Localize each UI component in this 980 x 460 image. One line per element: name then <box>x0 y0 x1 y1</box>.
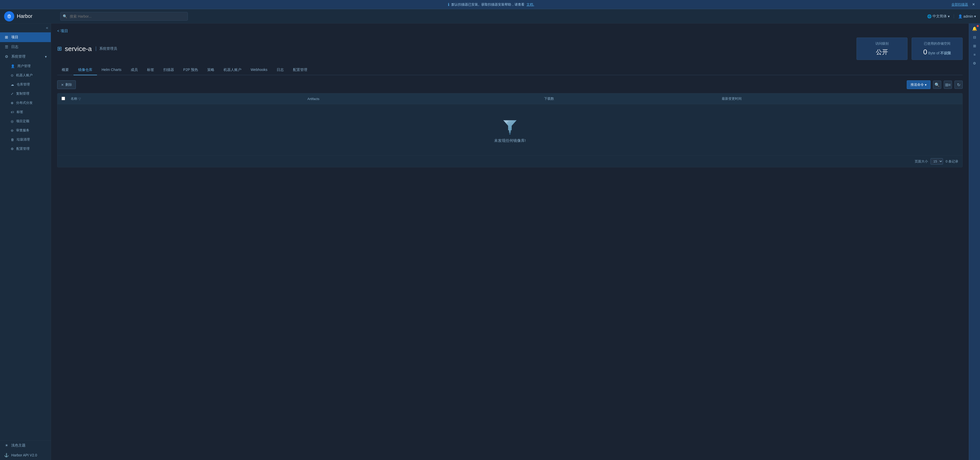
artifacts-column-header: Artifacts <box>307 97 544 101</box>
close-notification-button[interactable]: × <box>972 2 975 7</box>
empty-state: 未发现任何镜像库! <box>494 117 526 143</box>
sidebar-item-audit[interactable]: ⊖ 审查服务 <box>0 126 51 135</box>
sidebar-item-label: 审查服务 <box>16 128 29 133</box>
sidebar-item-replication[interactable]: ⤢ 复制管理 <box>0 89 51 98</box>
name-filter-icon[interactable]: ▽ <box>78 97 81 101</box>
sidebar-item-trash[interactable]: 🗑 垃圾清理 <box>0 135 51 144</box>
grid-list-icon: ⊞≡ <box>945 82 951 87</box>
sidebar-item-user-mgmt[interactable]: 👤 用户管理 <box>0 62 51 71</box>
tab-labels[interactable]: 标签 <box>142 65 159 75</box>
sidebar-item-label: 日志 <box>11 44 18 49</box>
name-column-header: 名称 ▽ <box>71 97 307 101</box>
theme-icon: ☀ <box>4 443 9 448</box>
storage-card: 已使用的存储空间 0 Byte of 不设限 <box>912 38 963 60</box>
access-value: 公开 <box>862 48 902 56</box>
storage-value: 0 Byte of 不设限 <box>917 48 957 56</box>
tab-overview[interactable]: 概要 <box>57 65 73 75</box>
breadcrumb-link[interactable]: < 项目 <box>57 29 68 33</box>
push-dropdown-icon: ▾ <box>925 83 927 87</box>
warehouse-icon: ☁ <box>11 82 14 87</box>
tags-icon: 🏷 <box>11 110 14 114</box>
table-header: 名称 ▽ Artifacts 下载数 最新变更时间 <box>57 94 963 104</box>
svg-rect-2 <box>509 130 511 133</box>
svg-point-3 <box>509 133 511 134</box>
storage-label: 已使用的存储空间 <box>917 41 957 46</box>
tab-helm-charts[interactable]: Helm Charts <box>97 65 126 75</box>
push-command-button[interactable]: 推送命令 ▾ <box>907 80 931 89</box>
distribution-icon: ⊕ <box>11 101 14 105</box>
project-header: ⊞ service-a 系统管理员 访问级别 公开 已使用的存储空间 0 Byt… <box>57 38 963 60</box>
scan-all-button[interactable]: 全部扫描器 <box>951 2 968 7</box>
collapse-button[interactable]: « <box>46 25 48 30</box>
tab-repositories[interactable]: 镜像仓库 <box>73 65 97 75</box>
sidebar-item-tags[interactable]: 🏷 标签 <box>0 108 51 117</box>
sidebar-item-label: 垃圾清理 <box>17 137 30 142</box>
sidebar-item-logs[interactable]: ☰ 日志 <box>0 42 51 52</box>
system-admin-icon: ⚙ <box>4 54 9 59</box>
project-name: service-a <box>65 45 92 53</box>
breadcrumb: ‹ < 项目 <box>57 29 963 33</box>
view-toggle-button[interactable]: ⊞≡ <box>944 81 952 89</box>
tab-p2p[interactable]: P2P 预热 <box>179 65 203 75</box>
empty-text: 未发现任何镜像库! <box>494 138 526 143</box>
delete-icon: ✕ <box>61 83 64 87</box>
sidebar-bottom: ☀ 浅色主题 ⚓ Harbor API V2.0 <box>0 440 51 460</box>
search-toggle-button[interactable]: 🔍 <box>933 81 941 89</box>
user-icon: 👤 <box>958 14 963 18</box>
sidebar-item-config[interactable]: ⚙ 配置管理 <box>0 144 51 153</box>
sidebar-item-quota[interactable]: ◎ 项目定额 <box>0 117 51 126</box>
language-button[interactable]: 🌐 中文简体 ▾ <box>927 14 950 19</box>
sidebar-item-label: 浅色主题 <box>11 443 25 448</box>
tab-webhooks[interactable]: Webhooks <box>246 65 272 75</box>
sidebar-item-label: 机器人账户 <box>16 73 33 78</box>
logs-icon: ☰ <box>4 44 9 49</box>
side-panel-icon-1[interactable]: ⊟ <box>969 33 980 41</box>
main-layout: « ⊞ 项目 ☰ 日志 ⚙ 系统管理 ▾ 👤 用户管理 ⊙ 机器人账户 <box>0 24 980 460</box>
audit-icon: ⊖ <box>11 128 14 132</box>
sidebar-item-projects[interactable]: ⊞ 项目 <box>0 32 51 42</box>
sidebar-item-label: Harbor API V2.0 <box>11 453 37 457</box>
sidebar-collapse: « <box>0 24 51 32</box>
config-icon: ⚙ <box>11 147 14 151</box>
logo-icon <box>4 11 14 21</box>
sidebar-item-label: 分布式分发 <box>16 100 33 105</box>
tab-robots[interactable]: 机器人账户 <box>219 65 246 75</box>
expand-icon: ▾ <box>45 55 47 59</box>
record-count: 0 条记录 <box>945 159 958 164</box>
tab-scanners[interactable]: 扫描器 <box>159 65 179 75</box>
tab-members[interactable]: 成员 <box>126 65 142 75</box>
side-panel-icon-3[interactable]: ≡ <box>969 51 980 59</box>
refresh-icon: ↻ <box>957 82 960 87</box>
tab-logs[interactable]: 日志 <box>272 65 288 75</box>
sidebar-item-theme[interactable]: ☀ 浅色主题 <box>0 441 51 450</box>
notification-badge-icon[interactable]: 🔔 <box>969 24 980 33</box>
sidebar-item-label: 系统管理 <box>11 54 25 59</box>
side-panel-icon-2[interactable]: ⊞ <box>969 42 980 50</box>
tab-policies[interactable]: 策略 <box>203 65 219 75</box>
layers-icon: ⊟ <box>973 35 976 39</box>
notification-bar: ℹ 默认扫描器已安装。获取扫描器安装帮助，请查看 文档. 全部扫描器 × <box>0 0 980 9</box>
repositories-table: 名称 ▽ Artifacts 下载数 最新变更时间 <box>57 93 963 167</box>
delete-button[interactable]: ✕ 删除 <box>57 80 76 89</box>
globe-icon: 🌐 <box>927 14 932 18</box>
sidebar-item-system-admin[interactable]: ⚙ 系统管理 ▾ <box>0 52 51 62</box>
sidebar-item-label: 仓库管理 <box>17 82 30 87</box>
side-panel-icon-4[interactable]: ⚙ <box>969 59 980 67</box>
search-input[interactable] <box>60 12 188 21</box>
top-bar-right: 全部扫描器 × <box>951 2 975 7</box>
page-size-select[interactable]: 15 25 50 <box>931 158 943 165</box>
refresh-button[interactable]: ↻ <box>955 81 963 89</box>
delete-label: 删除 <box>65 82 72 87</box>
sidebar-item-warehouse[interactable]: ☁ 仓库管理 <box>0 80 51 89</box>
sidebar-item-label: 复制管理 <box>16 91 29 96</box>
sidebar-item-distribution[interactable]: ⊕ 分布式分发 <box>0 98 51 108</box>
sidebar-item-api[interactable]: ⚓ Harbor API V2.0 <box>0 450 51 460</box>
select-all-checkbox[interactable] <box>62 97 65 100</box>
tab-config[interactable]: 配置管理 <box>288 65 312 75</box>
user-button[interactable]: 👤 admin ▾ <box>954 14 976 18</box>
list-icon: ≡ <box>974 52 975 57</box>
sidebar-item-label: 用户管理 <box>18 64 30 68</box>
sidebar-item-robot-accounts[interactable]: ⊙ 机器人账户 <box>0 71 51 80</box>
project-title: ⊞ service-a 系统管理员 <box>57 45 117 53</box>
docs-link[interactable]: 文档. <box>527 2 534 7</box>
